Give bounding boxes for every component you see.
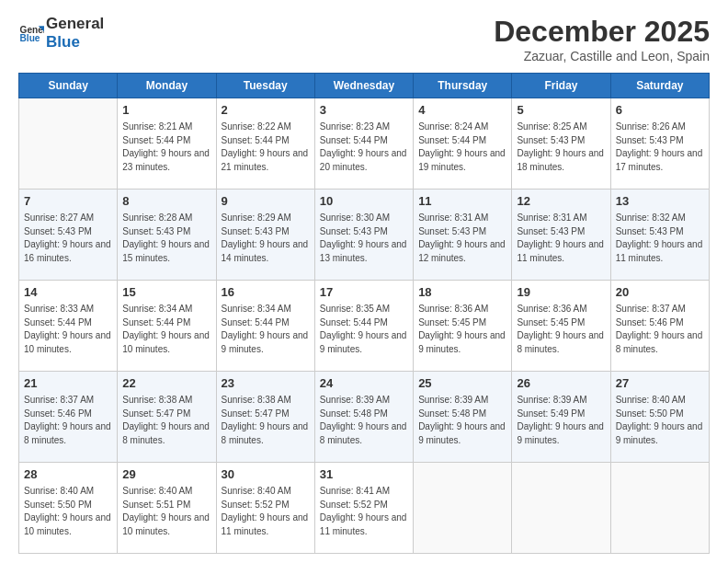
calendar-cell: 3Sunrise: 8:23 AMSunset: 5:44 PMDaylight… xyxy=(314,98,413,190)
day-info: Sunrise: 8:32 AMSunset: 5:43 PMDaylight:… xyxy=(616,212,704,265)
day-info: Sunrise: 8:40 AMSunset: 5:50 PMDaylight:… xyxy=(616,394,704,447)
day-number: 4 xyxy=(418,102,506,119)
calendar-cell: 22Sunrise: 8:38 AMSunset: 5:47 PMDayligh… xyxy=(118,372,216,463)
calendar-cell: 5Sunrise: 8:25 AMSunset: 5:43 PMDaylight… xyxy=(512,98,610,190)
calendar-cell: 10Sunrise: 8:30 AMSunset: 5:43 PMDayligh… xyxy=(314,190,413,281)
day-number: 28 xyxy=(24,466,112,483)
calendar-cell: 8Sunrise: 8:28 AMSunset: 5:43 PMDaylight… xyxy=(118,190,216,281)
calendar-cell: 1Sunrise: 8:21 AMSunset: 5:44 PMDaylight… xyxy=(118,98,216,190)
day-number: 8 xyxy=(122,193,210,210)
day-number: 5 xyxy=(517,102,605,119)
day-info: Sunrise: 8:38 AMSunset: 5:47 PMDaylight:… xyxy=(222,394,310,447)
weekday-header-thursday: Thursday xyxy=(414,74,512,98)
calendar-cell xyxy=(610,463,709,554)
calendar-cell: 26Sunrise: 8:39 AMSunset: 5:49 PMDayligh… xyxy=(512,372,610,463)
month-title: December 2025 xyxy=(494,15,710,49)
day-number: 9 xyxy=(222,193,310,210)
day-number: 12 xyxy=(517,193,605,210)
header: General Blue General Blue December 2025 … xyxy=(18,15,710,63)
day-number: 14 xyxy=(24,284,112,301)
day-number: 26 xyxy=(517,375,605,392)
calendar-cell: 18Sunrise: 8:36 AMSunset: 5:45 PMDayligh… xyxy=(414,281,512,372)
calendar-cell: 19Sunrise: 8:36 AMSunset: 5:45 PMDayligh… xyxy=(512,281,610,372)
day-info: Sunrise: 8:21 AMSunset: 5:44 PMDaylight:… xyxy=(122,121,210,174)
day-info: Sunrise: 8:36 AMSunset: 5:45 PMDaylight:… xyxy=(517,303,605,356)
day-info: Sunrise: 8:31 AMSunset: 5:43 PMDaylight:… xyxy=(418,212,506,265)
weekday-header-wednesday: Wednesday xyxy=(314,74,413,98)
day-number: 19 xyxy=(517,284,605,301)
day-number: 30 xyxy=(222,466,310,483)
day-number: 21 xyxy=(24,375,112,392)
day-number: 7 xyxy=(24,193,112,210)
weekday-header-sunday: Sunday xyxy=(19,74,118,98)
calendar-cell: 25Sunrise: 8:39 AMSunset: 5:48 PMDayligh… xyxy=(414,372,512,463)
day-info: Sunrise: 8:27 AMSunset: 5:43 PMDaylight:… xyxy=(24,212,112,265)
calendar-cell: 23Sunrise: 8:38 AMSunset: 5:47 PMDayligh… xyxy=(216,372,314,463)
calendar-cell: 16Sunrise: 8:34 AMSunset: 5:44 PMDayligh… xyxy=(216,281,314,372)
logo-blue: Blue xyxy=(46,33,104,52)
day-info: Sunrise: 8:37 AMSunset: 5:46 PMDaylight:… xyxy=(24,394,112,447)
logo-icon: General Blue xyxy=(18,20,44,46)
day-number: 17 xyxy=(320,284,408,301)
day-info: Sunrise: 8:41 AMSunset: 5:52 PMDaylight:… xyxy=(320,485,408,538)
calendar-cell: 13Sunrise: 8:32 AMSunset: 5:43 PMDayligh… xyxy=(610,190,709,281)
day-number: 10 xyxy=(320,193,408,210)
day-number: 3 xyxy=(320,102,408,119)
day-info: Sunrise: 8:36 AMSunset: 5:45 PMDaylight:… xyxy=(418,303,506,356)
day-number: 18 xyxy=(418,284,506,301)
day-info: Sunrise: 8:37 AMSunset: 5:46 PMDaylight:… xyxy=(616,303,704,356)
day-number: 15 xyxy=(122,284,210,301)
day-number: 1 xyxy=(122,102,210,119)
logo: General Blue General Blue xyxy=(18,15,104,51)
day-info: Sunrise: 8:29 AMSunset: 5:43 PMDaylight:… xyxy=(222,212,310,265)
calendar-cell: 31Sunrise: 8:41 AMSunset: 5:52 PMDayligh… xyxy=(314,463,413,554)
calendar-cell: 15Sunrise: 8:34 AMSunset: 5:44 PMDayligh… xyxy=(118,281,216,372)
weekday-header-monday: Monday xyxy=(118,74,216,98)
day-info: Sunrise: 8:28 AMSunset: 5:43 PMDaylight:… xyxy=(122,212,210,265)
day-info: Sunrise: 8:24 AMSunset: 5:44 PMDaylight:… xyxy=(418,121,506,174)
calendar-cell xyxy=(512,463,610,554)
calendar-cell: 28Sunrise: 8:40 AMSunset: 5:50 PMDayligh… xyxy=(19,463,118,554)
calendar-cell xyxy=(414,463,512,554)
calendar-table: SundayMondayTuesdayWednesdayThursdayFrid… xyxy=(18,73,710,554)
day-number: 16 xyxy=(222,284,310,301)
day-info: Sunrise: 8:22 AMSunset: 5:44 PMDaylight:… xyxy=(222,121,310,174)
day-number: 27 xyxy=(616,375,704,392)
weekday-header-tuesday: Tuesday xyxy=(216,74,314,98)
day-number: 11 xyxy=(418,193,506,210)
calendar-cell: 9Sunrise: 8:29 AMSunset: 5:43 PMDaylight… xyxy=(216,190,314,281)
calendar-cell: 4Sunrise: 8:24 AMSunset: 5:44 PMDaylight… xyxy=(414,98,512,190)
calendar-cell: 30Sunrise: 8:40 AMSunset: 5:52 PMDayligh… xyxy=(216,463,314,554)
calendar-cell: 21Sunrise: 8:37 AMSunset: 5:46 PMDayligh… xyxy=(19,372,118,463)
calendar-cell: 7Sunrise: 8:27 AMSunset: 5:43 PMDaylight… xyxy=(19,190,118,281)
day-info: Sunrise: 8:34 AMSunset: 5:44 PMDaylight:… xyxy=(122,303,210,356)
title-block: December 2025 Zazuar, Castille and Leon,… xyxy=(494,15,710,63)
day-number: 13 xyxy=(616,193,704,210)
day-number: 6 xyxy=(616,102,704,119)
day-number: 25 xyxy=(418,375,506,392)
page: General Blue General Blue December 2025 … xyxy=(0,0,728,563)
calendar-cell: 14Sunrise: 8:33 AMSunset: 5:44 PMDayligh… xyxy=(19,281,118,372)
day-info: Sunrise: 8:40 AMSunset: 5:52 PMDaylight:… xyxy=(222,485,310,538)
calendar-cell: 29Sunrise: 8:40 AMSunset: 5:51 PMDayligh… xyxy=(118,463,216,554)
calendar-cell: 2Sunrise: 8:22 AMSunset: 5:44 PMDaylight… xyxy=(216,98,314,190)
svg-text:Blue: Blue xyxy=(20,33,40,43)
day-info: Sunrise: 8:39 AMSunset: 5:48 PMDaylight:… xyxy=(418,394,506,447)
location: Zazuar, Castille and Leon, Spain xyxy=(494,49,710,63)
calendar-cell: 11Sunrise: 8:31 AMSunset: 5:43 PMDayligh… xyxy=(414,190,512,281)
calendar-cell: 6Sunrise: 8:26 AMSunset: 5:43 PMDaylight… xyxy=(610,98,709,190)
day-info: Sunrise: 8:39 AMSunset: 5:48 PMDaylight:… xyxy=(320,394,408,447)
calendar-cell: 20Sunrise: 8:37 AMSunset: 5:46 PMDayligh… xyxy=(610,281,709,372)
day-info: Sunrise: 8:40 AMSunset: 5:51 PMDaylight:… xyxy=(122,485,210,538)
calendar-cell xyxy=(19,98,118,190)
day-info: Sunrise: 8:30 AMSunset: 5:43 PMDaylight:… xyxy=(320,212,408,265)
day-number: 2 xyxy=(222,102,310,119)
calendar-cell: 27Sunrise: 8:40 AMSunset: 5:50 PMDayligh… xyxy=(610,372,709,463)
calendar-cell: 12Sunrise: 8:31 AMSunset: 5:43 PMDayligh… xyxy=(512,190,610,281)
weekday-header-saturday: Saturday xyxy=(610,74,709,98)
calendar-cell: 24Sunrise: 8:39 AMSunset: 5:48 PMDayligh… xyxy=(314,372,413,463)
day-number: 31 xyxy=(320,466,408,483)
day-number: 29 xyxy=(122,466,210,483)
day-number: 20 xyxy=(616,284,704,301)
day-info: Sunrise: 8:34 AMSunset: 5:44 PMDaylight:… xyxy=(222,303,310,356)
